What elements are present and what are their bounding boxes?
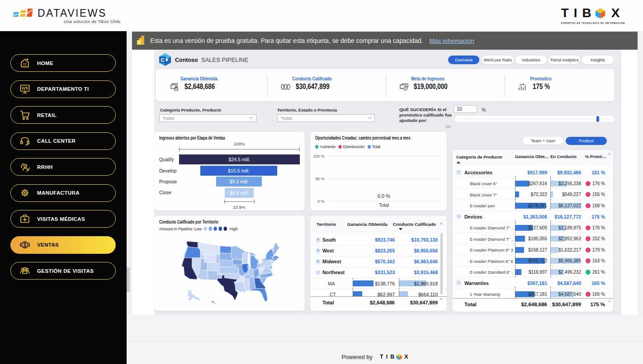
- svg-text:C: C: [161, 57, 165, 63]
